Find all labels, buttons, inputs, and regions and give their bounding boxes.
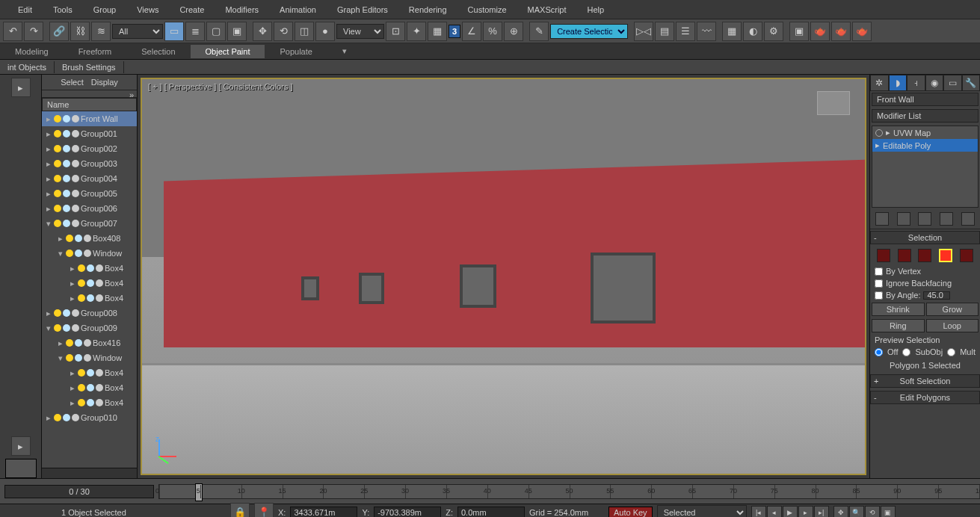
- freeze-icon[interactable]: [87, 294, 94, 302]
- visibility-icon[interactable]: [54, 175, 61, 182]
- ref-coord-dropdown[interactable]: View: [336, 24, 384, 39]
- z-coord-field[interactable]: 0.0mm: [457, 507, 525, 518]
- unlink-button[interactable]: ⛓: [70, 22, 90, 41]
- x-coord-field[interactable]: 3433.671m: [290, 507, 357, 518]
- tree-item[interactable]: ▸Box408: [42, 231, 137, 246]
- isolate-selection-icon[interactable]: 📍: [254, 503, 274, 518]
- tab-populate[interactable]: Populate: [265, 45, 327, 58]
- visibility-icon[interactable]: [78, 369, 85, 377]
- freeze-icon[interactable]: [75, 250, 82, 257]
- visibility-icon[interactable]: [66, 354, 73, 362]
- viewport-label[interactable]: [ + ] [ Perspective ] [ Consistent Color…: [148, 82, 293, 91]
- visibility-icon[interactable]: [78, 264, 85, 272]
- visibility-icon[interactable]: [54, 145, 61, 152]
- ribbon-expand-icon[interactable]: ▾: [327, 44, 362, 58]
- utilities-tab-icon[interactable]: 🔧: [962, 75, 981, 91]
- tree-item[interactable]: ▾Window: [42, 246, 137, 261]
- material-swatch[interactable]: [5, 459, 37, 478]
- modify-tab-icon[interactable]: ◗: [889, 75, 907, 91]
- visibility-icon[interactable]: [54, 190, 61, 197]
- explorer-select-menu[interactable]: Select: [61, 78, 84, 87]
- visibility-icon[interactable]: [54, 115, 61, 123]
- eye-icon[interactable]: [875, 129, 883, 137]
- visibility-icon[interactable]: [78, 384, 85, 391]
- show-end-result-button[interactable]: [897, 212, 910, 226]
- menu-customize[interactable]: Customize: [457, 2, 517, 17]
- time-slider-track[interactable]: 0510152025303540455055606570758085909510…: [158, 484, 980, 499]
- freeze-icon[interactable]: [63, 190, 70, 197]
- material-editor-button[interactable]: ◐: [743, 22, 762, 41]
- menu-modifiers[interactable]: Modifiers: [215, 2, 269, 17]
- tree-item[interactable]: ▾Group007: [42, 216, 137, 231]
- edit-named-sel-button[interactable]: ✎: [529, 22, 549, 41]
- placement-button[interactable]: ●: [315, 22, 335, 41]
- menu-tools[interactable]: Tools: [43, 2, 83, 17]
- tree-item[interactable]: ▸Box4: [42, 276, 137, 291]
- rotate-button[interactable]: ⟲: [274, 22, 293, 41]
- tree-item[interactable]: ▸Group003: [42, 156, 137, 171]
- tree-item[interactable]: ▾Window: [42, 350, 137, 365]
- render-setup-button[interactable]: ⚙: [764, 22, 783, 41]
- paint-objects-panel[interactable]: int Objects: [0, 61, 55, 73]
- prev-frame-button[interactable]: ◂: [767, 506, 782, 518]
- tab-object-paint[interactable]: Object Paint: [191, 45, 265, 58]
- selection-rollout[interactable]: -Selection: [870, 231, 980, 244]
- freeze-icon[interactable]: [87, 384, 94, 391]
- by-angle-value[interactable]: [923, 291, 950, 300]
- explorer-tree[interactable]: ▸Front Wall▸Group001▸Group002▸Group003▸G…: [42, 111, 137, 468]
- visibility-icon[interactable]: [78, 399, 85, 406]
- freeze-icon[interactable]: [87, 369, 94, 377]
- menu-animation[interactable]: Animation: [269, 2, 327, 17]
- modifier-editable-poly[interactable]: ▸Editable Poly: [872, 139, 978, 152]
- make-unique-button[interactable]: [918, 212, 931, 226]
- tree-item[interactable]: ▸Group006: [42, 201, 137, 216]
- tree-item[interactable]: ▸Box4: [42, 395, 137, 410]
- tree-item[interactable]: ▸Front Wall: [42, 111, 137, 126]
- visibility-icon[interactable]: [66, 339, 73, 347]
- menu-maxscript[interactable]: MAXScript: [517, 2, 577, 17]
- explorer-name-header[interactable]: Name: [42, 98, 137, 111]
- tree-item[interactable]: ▸Box4: [42, 291, 137, 306]
- menu-create[interactable]: Create: [169, 2, 215, 17]
- visibility-icon[interactable]: [78, 279, 85, 287]
- motion-tab-icon[interactable]: ◉: [925, 75, 944, 91]
- link-button[interactable]: 🔗: [49, 22, 69, 41]
- preview-off-radio[interactable]: [875, 348, 883, 356]
- tab-selection[interactable]: Selection: [126, 45, 190, 58]
- tree-item[interactable]: ▸Group004: [42, 171, 137, 186]
- keyboard-shortcut-button[interactable]: ▦: [428, 22, 447, 41]
- viewcube[interactable]: [817, 91, 850, 115]
- grow-button[interactable]: Grow: [926, 303, 979, 316]
- goto-start-button[interactable]: |◂: [751, 506, 766, 518]
- edit-polygons-rollout[interactable]: -Edit Polygons: [870, 391, 980, 404]
- ignore-backfacing-checkbox[interactable]: [875, 279, 883, 288]
- menu-help[interactable]: Help: [577, 2, 615, 17]
- mirror-button[interactable]: ▷◁: [634, 22, 653, 41]
- freeze-icon[interactable]: [63, 160, 70, 167]
- y-coord-field[interactable]: -9703.389m: [374, 507, 441, 518]
- tree-item[interactable]: ▸Group001: [42, 126, 137, 141]
- freeze-icon[interactable]: [87, 399, 94, 406]
- undo-button[interactable]: ↶: [3, 22, 22, 41]
- freeze-icon[interactable]: [63, 220, 70, 227]
- schematic-view-button[interactable]: ▦: [722, 22, 742, 41]
- preview-multi-radio[interactable]: [947, 348, 955, 356]
- freeze-icon[interactable]: [63, 205, 70, 212]
- shrink-button[interactable]: Shrink: [872, 303, 925, 316]
- tree-item[interactable]: ▸Box416: [42, 335, 137, 350]
- tree-item[interactable]: ▸Box4: [42, 261, 137, 276]
- remove-modifier-button[interactable]: [940, 212, 953, 226]
- tab-modeling[interactable]: Modeling: [0, 45, 64, 58]
- preview-subobj-radio[interactable]: [902, 348, 910, 356]
- modifier-uvwmap[interactable]: ▸UVW Map: [872, 126, 978, 139]
- hierarchy-tab-icon[interactable]: ⫞: [907, 75, 925, 91]
- play-button[interactable]: ▶: [783, 506, 798, 518]
- visibility-icon[interactable]: [54, 414, 61, 421]
- edge-level-icon[interactable]: [898, 249, 911, 262]
- tree-item[interactable]: ▸Group005: [42, 186, 137, 201]
- by-vertex-checkbox[interactable]: [875, 267, 883, 276]
- visibility-icon[interactable]: [54, 205, 61, 212]
- key-filter-dropdown[interactable]: Selected: [657, 505, 747, 518]
- frame-indicator[interactable]: 0 / 30: [4, 485, 154, 498]
- menu-grapheditors[interactable]: Graph Editors: [327, 2, 398, 17]
